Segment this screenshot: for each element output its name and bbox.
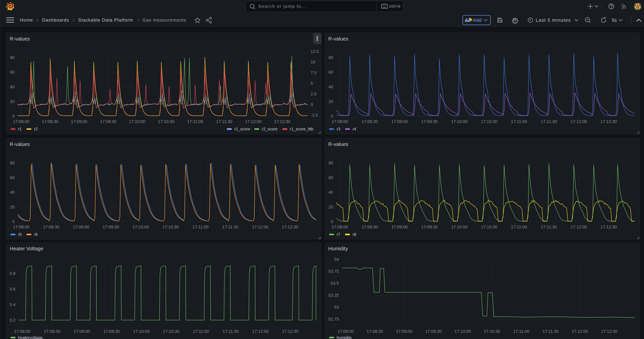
svg-text:17:11:00: 17:11:00 (511, 224, 527, 229)
svg-text:r8: r8 (352, 232, 356, 237)
svg-text:20: 20 (328, 204, 333, 209)
svg-text:17:10:00: 17:10:00 (454, 329, 471, 334)
svg-text:40: 40 (328, 84, 333, 89)
svg-text:40: 40 (10, 190, 15, 194)
svg-text:17:10:00: 17:10:00 (451, 119, 468, 124)
svg-text:Gas measurements: Gas measurements (142, 18, 186, 22)
svg-text:60: 60 (10, 70, 15, 74)
svg-text:17:09:30: 17:09:30 (103, 329, 120, 334)
svg-text:17:12:00: 17:12:00 (252, 329, 268, 334)
svg-text:17:10:00: 17:10:00 (129, 119, 146, 124)
svg-text:17:09:30: 17:09:30 (421, 119, 438, 124)
svg-text:17:10:30: 17:10:30 (162, 224, 179, 229)
svg-text:17:11:30: 17:11:30 (222, 224, 238, 229)
svg-text:r5: r5 (18, 232, 22, 237)
svg-text:17:12:30: 17:12:30 (282, 224, 298, 229)
svg-text:0: 0 (12, 114, 15, 118)
svg-text:R-values: R-values (10, 141, 30, 147)
svg-text:17:08:00: 17:08:00 (332, 119, 348, 124)
svg-text:17:08:30: 17:08:30 (362, 119, 378, 124)
svg-text:0.2: 0.2 (10, 318, 16, 322)
svg-text:17:12:00: 17:12:00 (252, 224, 268, 229)
svg-text:17:08:30: 17:08:30 (362, 224, 378, 229)
svg-text:17:08:00: 17:08:00 (13, 119, 29, 124)
svg-text:Heater Voltage: Heater Voltage (10, 246, 43, 251)
svg-text:17:10:30: 17:10:30 (481, 119, 498, 124)
svg-text:53.75: 53.75 (328, 269, 339, 274)
svg-text:40: 40 (10, 84, 15, 89)
svg-text:r7: r7 (337, 232, 340, 237)
svg-text:2.5: 2.5 (310, 92, 316, 96)
svg-text:17:09:00: 17:09:00 (71, 119, 87, 124)
svg-text:-2.5: -2.5 (310, 113, 318, 118)
svg-text:17:08:00: 17:08:00 (13, 224, 30, 229)
svg-text:17:08:00: 17:08:00 (332, 224, 348, 229)
svg-text:humidity: humidity (337, 336, 352, 339)
svg-text:17:09:30: 17:09:30 (102, 224, 119, 229)
svg-text:heatervoltage: heatervoltage (18, 336, 42, 339)
svg-text:17:11:00: 17:11:00 (187, 119, 203, 124)
svg-text:17:10:00: 17:10:00 (132, 224, 149, 229)
svg-text:17:12:30: 17:12:30 (282, 329, 298, 334)
svg-text:80: 80 (328, 160, 333, 165)
svg-text:17:12:30: 17:12:30 (274, 119, 290, 124)
svg-text:17:11:30: 17:11:30 (541, 119, 557, 124)
svg-text:17:11:00: 17:11:00 (513, 329, 530, 334)
svg-text:53.5: 53.5 (330, 281, 339, 286)
svg-text:17:09:00: 17:09:00 (391, 224, 408, 229)
svg-text:17:12:00: 17:12:00 (570, 224, 587, 229)
svg-text:80: 80 (10, 55, 15, 60)
svg-text:0: 0 (331, 219, 333, 224)
svg-text:17:09:00: 17:09:00 (73, 224, 89, 229)
svg-text:5s: 5s (612, 18, 617, 23)
svg-text:Dashboards: Dashboards (42, 18, 69, 22)
svg-text:17:11:30: 17:11:30 (541, 224, 557, 229)
svg-text:17:11:00: 17:11:00 (193, 329, 209, 334)
svg-text:20: 20 (328, 99, 333, 104)
svg-text:20: 20 (10, 99, 15, 104)
svg-text:17:10:30: 17:10:30 (163, 329, 179, 334)
svg-text:r3: r3 (337, 127, 340, 131)
svg-text:Search or jump to...: Search or jump to... (258, 4, 306, 9)
svg-text:r2_score: r2_score (262, 127, 278, 131)
svg-text:R-values: R-values (328, 141, 348, 147)
svg-text:Add: Add (473, 17, 482, 23)
svg-text:r1_score_lttb: r1_score_lttb (290, 127, 314, 131)
svg-text:17:12:30: 17:12:30 (600, 119, 617, 124)
svg-text:17:10:00: 17:10:00 (133, 329, 150, 334)
svg-text:0: 0 (12, 219, 15, 224)
svg-text:5: 5 (310, 81, 313, 86)
svg-text:17:11:30: 17:11:30 (542, 329, 559, 334)
svg-text:17:09:30: 17:09:30 (100, 119, 116, 124)
svg-text:60: 60 (328, 70, 333, 74)
svg-text:R-values: R-values (328, 36, 348, 42)
svg-text:r4: r4 (352, 127, 356, 131)
svg-text:17:11:30: 17:11:30 (216, 119, 232, 124)
svg-text:17:09:00: 17:09:00 (74, 329, 90, 334)
svg-text:r2: r2 (34, 127, 38, 131)
svg-text:52.75: 52.75 (328, 317, 339, 322)
svg-text:17:10:30: 17:10:30 (484, 329, 500, 334)
svg-text:17:12:30: 17:12:30 (600, 224, 617, 229)
svg-text:17:10:30: 17:10:30 (481, 224, 498, 229)
svg-text:20: 20 (10, 204, 15, 209)
svg-text:0: 0 (331, 114, 333, 118)
svg-text:17:08:00: 17:08:00 (337, 329, 354, 334)
svg-text:17:12:00: 17:12:00 (572, 329, 588, 334)
svg-text:80: 80 (328, 55, 333, 60)
svg-text:r6: r6 (34, 232, 38, 237)
svg-text:60: 60 (328, 175, 333, 180)
svg-text:17:11:30: 17:11:30 (223, 329, 239, 334)
svg-text:17:12:00: 17:12:00 (245, 119, 261, 124)
svg-text:12.5: 12.5 (310, 49, 319, 54)
svg-text:80: 80 (10, 160, 15, 165)
svg-text:17:12:30: 17:12:30 (601, 329, 617, 334)
svg-text:40: 40 (328, 190, 333, 194)
svg-text:17:10:00: 17:10:00 (451, 224, 468, 229)
svg-text:17:10:30: 17:10:30 (158, 119, 174, 124)
svg-text:17:09:30: 17:09:30 (421, 224, 438, 229)
svg-text:17:11:00: 17:11:00 (511, 119, 527, 124)
svg-text:17:08:30: 17:08:30 (43, 224, 59, 229)
svg-text:17:08:30: 17:08:30 (367, 329, 383, 334)
svg-text:ctrl+k: ctrl+k (389, 4, 400, 9)
